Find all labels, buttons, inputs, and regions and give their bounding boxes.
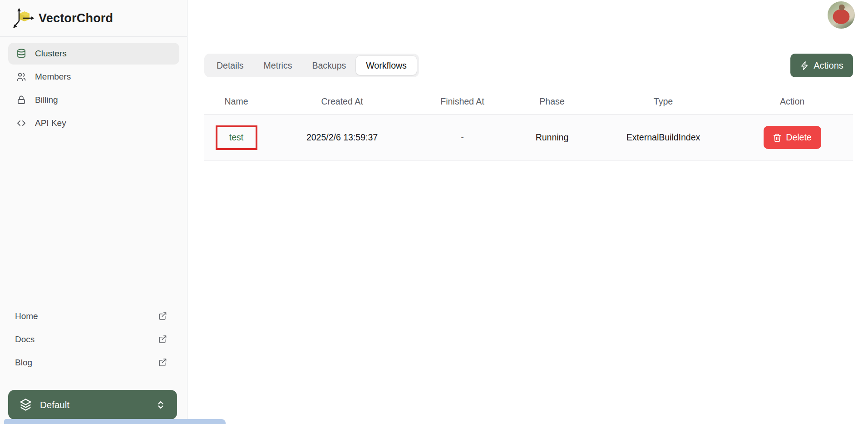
sidebar-link-label: Home	[15, 311, 38, 321]
column-header-type: Type	[595, 89, 731, 114]
vectorchord-logo-icon	[13, 7, 35, 30]
external-link-icon	[158, 358, 168, 367]
sidebar-external-links: Home Docs	[0, 304, 187, 374]
sidebar-item-members[interactable]: Members	[8, 66, 179, 88]
lightning-icon	[800, 61, 809, 70]
external-link-icon	[158, 334, 168, 344]
workflow-name-link[interactable]: test	[229, 132, 243, 143]
user-avatar[interactable]	[828, 1, 855, 29]
cell-name: test	[204, 115, 268, 160]
workspace-label: Default	[40, 399, 69, 410]
sidebar-item-label: Members	[35, 72, 71, 82]
bottom-scrollbar-thumb[interactable]	[4, 419, 226, 424]
app-logo[interactable]: VectorChord	[0, 0, 187, 37]
annotation-highlight-box: test	[216, 125, 257, 150]
lock-icon	[16, 95, 27, 105]
content-header: Details Metrics Backups Workflows Action…	[204, 54, 853, 77]
actions-button[interactable]: Actions	[790, 54, 853, 77]
column-header-name: Name	[204, 89, 268, 114]
layers-icon	[19, 398, 32, 411]
topbar	[188, 0, 868, 37]
sidebar-link-docs[interactable]: Docs	[0, 328, 187, 351]
column-header-finished-at: Finished At	[416, 89, 509, 114]
chevrons-up-down-icon	[155, 399, 166, 410]
sidebar-item-label: Clusters	[35, 49, 67, 59]
sidebar-link-blog[interactable]: Blog	[0, 351, 187, 374]
cell-finished-at: -	[416, 115, 509, 160]
main-content: Details Metrics Backups Workflows Action…	[188, 37, 868, 424]
cell-type: ExternalBuildIndex	[595, 115, 731, 160]
sidebar-item-api-key[interactable]: API Key	[8, 112, 179, 134]
delete-button[interactable]: Delete	[764, 126, 821, 149]
column-header-phase: Phase	[509, 89, 595, 114]
tab-backups[interactable]: Backups	[302, 56, 356, 75]
sidebar-item-billing[interactable]: Billing	[8, 89, 179, 111]
table-header-row: Name Created At Finished At Phase Type A…	[204, 89, 853, 114]
vectorchord-app: VectorChord Clusters	[0, 0, 868, 424]
workflows-table: Name Created At Finished At Phase Type A…	[204, 89, 853, 161]
database-icon	[16, 48, 27, 59]
sidebar-item-label: Billing	[35, 95, 58, 105]
tab-details[interactable]: Details	[207, 56, 254, 75]
sidebar: VectorChord Clusters	[0, 0, 187, 424]
trash-icon	[773, 133, 782, 142]
sidebar-link-label: Blog	[15, 358, 32, 368]
column-header-action: Action	[731, 89, 853, 114]
tab-workflows[interactable]: Workflows	[356, 56, 417, 75]
code-icon	[16, 118, 27, 129]
sidebar-link-label: Docs	[15, 334, 35, 344]
sidebar-item-label: API Key	[35, 118, 66, 128]
table-row: test 2025/2/6 13:59:37 - Running Externa…	[204, 114, 853, 161]
actions-button-label: Actions	[814, 60, 843, 71]
delete-button-label: Delete	[786, 132, 811, 143]
app-title: VectorChord	[39, 11, 113, 25]
cluster-tabs: Details Metrics Backups Workflows	[204, 54, 419, 77]
users-icon	[16, 71, 27, 82]
sidebar-item-clusters[interactable]: Clusters	[8, 43, 179, 65]
column-header-created-at: Created At	[268, 89, 416, 114]
external-link-icon	[158, 311, 168, 321]
sidebar-link-home[interactable]: Home	[0, 304, 187, 328]
cell-created-at: 2025/2/6 13:59:37	[268, 115, 416, 160]
sidebar-nav: Clusters Members	[0, 37, 187, 134]
tab-metrics[interactable]: Metrics	[254, 56, 302, 75]
cell-phase: Running	[509, 115, 595, 160]
workspace-selector[interactable]: Default	[8, 390, 177, 419]
cell-action: Delete	[731, 115, 853, 160]
